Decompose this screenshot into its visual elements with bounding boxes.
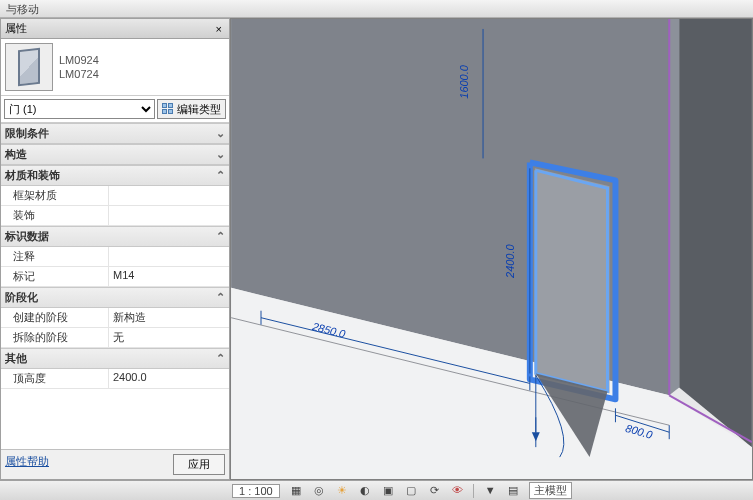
property-list: 限制条件⌄ 构造⌄ 材质和装饰⌃ 框架材质 装饰 标识数据⌃ 注释 标记M14 … [1,123,229,449]
category-materials[interactable]: 材质和装饰⌃ [1,165,229,186]
svg-rect-1 [169,104,173,108]
chevron-up-icon: ⌃ [216,230,225,243]
prop-frame-material[interactable]: 框架材质 [1,186,229,206]
crop-region-icon[interactable]: ▢ [402,483,420,499]
category-other[interactable]: 其他⌃ [1,348,229,369]
category-identity[interactable]: 标识数据⌃ [1,226,229,247]
view-filter-icons: ▼ ▤ [480,482,523,499]
filter-icon[interactable]: ▼ [481,482,499,498]
panel-footer: 属性帮助 应用 [1,449,229,479]
type-name-1: LM0924 [59,53,99,67]
family-selector-row: 门 (1) 编辑类型 [1,96,229,123]
apply-button[interactable]: 应用 [173,454,225,475]
chevron-down-icon: ⌄ [216,148,225,161]
view-control-bar: ▦ ◎ ☀ ◐ ▣ ▢ ⟳ 👁 [286,482,467,499]
dim-door-height: 2400.0 [504,244,516,278]
chevron-up-icon: ⌃ [216,169,225,182]
view-scale[interactable]: 1 : 100 [232,484,280,498]
properties-panel: 属性 × LM0924 LM0724 门 (1) 编辑类型 限制条件⌄ 构造⌄ … [0,18,230,480]
sun-path-icon[interactable]: ☀ [333,483,351,499]
panel-header[interactable]: 属性 × [1,19,229,39]
chevron-down-icon: ⌄ [216,127,225,140]
type-name-2: LM0724 [59,67,99,81]
svg-marker-4 [679,19,752,447]
category-phasing[interactable]: 阶段化⌃ [1,287,229,308]
type-name-block: LM0924 LM0724 [59,53,99,81]
close-icon[interactable]: × [213,23,225,35]
prop-comments[interactable]: 注释 [1,247,229,267]
crop-view-icon[interactable]: ▣ [379,483,397,499]
svg-marker-5 [669,19,679,395]
separator [473,484,474,498]
status-bar: 1 : 100 ▦ ◎ ☀ ◐ ▣ ▢ ⟳ 👁 ▼ ▤ 主模型 [0,480,753,500]
edit-type-button[interactable]: 编辑类型 [157,99,226,119]
detail-level-icon[interactable]: ▦ [287,483,305,499]
prop-phase-demolished[interactable]: 拆除的阶段无 [1,328,229,348]
family-selector[interactable]: 门 (1) [4,99,155,119]
chevron-up-icon: ⌃ [216,352,225,365]
prop-head-height[interactable]: 顶高度2400.0 [1,369,229,389]
svg-rect-0 [163,104,167,108]
title-bar: 与移动 [0,0,753,18]
svg-marker-11 [535,168,610,393]
prop-finish[interactable]: 装饰 [1,206,229,226]
prop-mark[interactable]: 标记M14 [1,267,229,287]
svg-rect-2 [163,110,167,114]
properties-help-link[interactable]: 属性帮助 [5,454,49,475]
lock-3d-icon[interactable]: ⟳ [425,483,443,499]
category-constraints[interactable]: 限制条件⌄ [1,123,229,144]
3d-view[interactable]: 2850.0 800.0 2400.0 1600.0 [230,18,753,480]
edit-type-icon [162,103,174,115]
prop-phase-created[interactable]: 创建的阶段新构造 [1,308,229,328]
shadows-icon[interactable]: ◐ [356,483,374,499]
panel-title: 属性 [5,21,27,36]
title-text: 与移动 [6,3,39,15]
model-display-combo[interactable]: 主模型 [529,482,572,499]
type-thumbnail [5,43,53,91]
3d-scene: 2850.0 800.0 2400.0 1600.0 [231,19,752,479]
temp-hide-icon[interactable]: 👁 [448,482,466,498]
category-construction[interactable]: 构造⌄ [1,144,229,165]
grid-icon[interactable]: ▤ [504,483,522,499]
visual-style-icon[interactable]: ◎ [310,483,328,499]
dim-head: 1600.0 [458,65,470,98]
svg-rect-3 [169,110,173,114]
edit-type-label: 编辑类型 [177,102,221,117]
chevron-up-icon: ⌃ [216,291,225,304]
type-preview: LM0924 LM0724 [1,39,229,96]
